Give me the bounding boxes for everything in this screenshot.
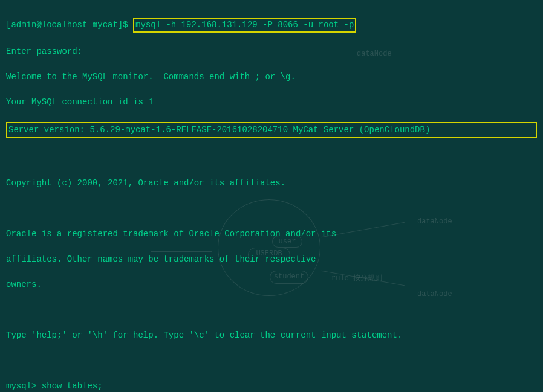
blank-1: [6, 152, 537, 164]
mysql-cmd-show-tables: mysql> show tables;: [6, 380, 537, 392]
cmd-text: show tables;: [36, 381, 102, 391]
line-help: Type 'help;' or '\h' for help. Type '\c'…: [6, 329, 537, 342]
blank-4: [6, 355, 537, 367]
line-copyright: Copyright (c) 2000, 2021, Oracle and/or …: [6, 177, 537, 190]
line-trademark-3: owners.: [6, 278, 537, 291]
line-trademark-2: affiliates. Other names may be trademark…: [6, 253, 537, 266]
shell-prompt: [admin@localhost mycat]$: [6, 20, 128, 30]
blank-3: [6, 304, 537, 316]
line-enter-password: Enter password:: [6, 45, 537, 58]
mysql-prompt: mysql>: [6, 381, 36, 391]
line-conn-id: Your MySQL connection id is 1: [6, 96, 537, 109]
shell-prompt-line: [admin@localhost mycat]$ mysql -h 192.16…: [6, 18, 537, 33]
terminal-output[interactable]: [admin@localhost mycat]$ mysql -h 192.16…: [6, 5, 537, 392]
line-trademark-1: Oracle is a registered trademark of Orac…: [6, 228, 537, 240]
line-welcome: Welcome to the MySQL monitor. Commands e…: [6, 71, 537, 83]
highlighted-command: mysql -h 192.168.131.129 -P 8066 -u root…: [133, 18, 356, 33]
highlighted-server-version: Server version: 5.6.29-mycat-1.6-RELEASE…: [6, 122, 537, 138]
blank-2: [6, 202, 537, 215]
